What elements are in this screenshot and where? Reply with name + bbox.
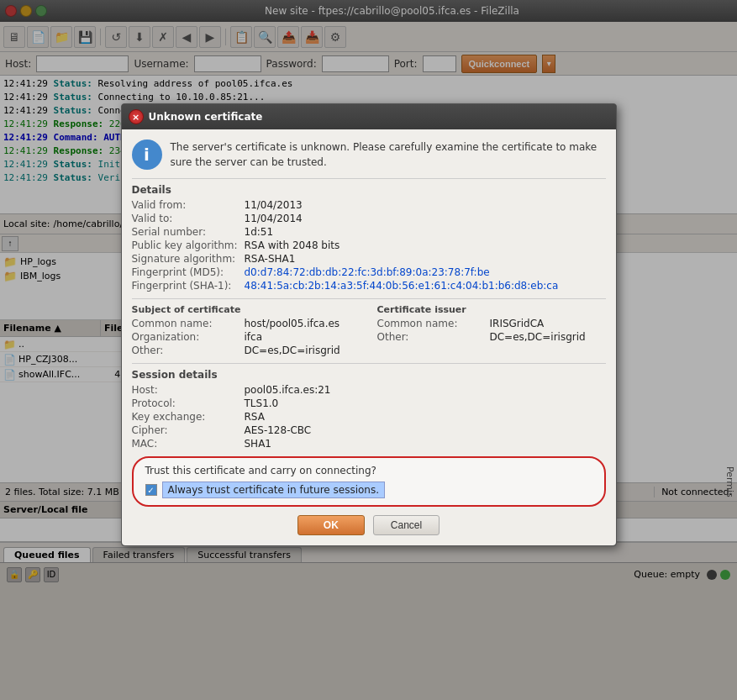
issuer-other-value: DC=es,DC=irisgrid (490, 331, 586, 343)
issuer-title: Certificate issuer (377, 304, 606, 315)
unknown-cert-modal: × Unknown certificate i The server's cer… (121, 103, 617, 546)
modal-info-text: The server's certificate is unknown. Ple… (171, 139, 606, 170)
session-title: Session details (132, 369, 606, 381)
sess-proto-value: TLS1.0 (245, 397, 279, 409)
pubkey-label: Public key algorithm: (132, 239, 241, 251)
issuer-cn-value: IRISGridCA (490, 318, 545, 329)
subject-cn-value: host/pool05.ifca.es (245, 318, 340, 329)
modal-buttons: OK Cancel (132, 515, 606, 535)
divider-2 (132, 298, 606, 299)
subject-other-label: Other: (132, 345, 241, 356)
pubkey-value: RSA with 2048 bits (245, 239, 340, 251)
trust-label: Always trust certificate in future sessi… (162, 482, 386, 498)
sigalg-value: RSA-SHA1 (245, 253, 296, 265)
fp-md5-row: Fingerprint (MD5): d0:d7:84:72:db:db:22:… (132, 266, 606, 278)
session-section: Session details Host: pool05.ifca.es:21 … (132, 369, 606, 450)
subject-org-label: Organization: (132, 331, 241, 343)
fp-sha1-row: Fingerprint (SHA-1): 48:41:5a:cb:2b:14:a… (132, 280, 606, 292)
fp-md5-label: Fingerprint (MD5): (132, 266, 241, 278)
sess-host-value: pool05.ifca.es:21 (245, 384, 331, 396)
subject-col: Subject of certificate Common name: host… (132, 304, 361, 358)
cancel-button[interactable]: Cancel (373, 515, 440, 535)
valid-from-row: Valid from: 11/04/2013 (132, 199, 606, 211)
serial-label: Serial number: (132, 226, 241, 238)
ok-button[interactable]: OK (297, 515, 365, 535)
issuer-other-row: Other: DC=es,DC=irisgrid (377, 331, 606, 343)
issuer-col: Certificate issuer Common name: IRISGrid… (377, 304, 606, 358)
serial-value: 1d:51 (245, 226, 274, 238)
details-title: Details (132, 184, 606, 196)
divider-3 (132, 363, 606, 364)
valid-from-value: 11/04/2013 (245, 199, 303, 211)
valid-from-label: Valid from: (132, 199, 241, 211)
serial-row: Serial number: 1d:51 (132, 226, 606, 238)
sess-cipher-label: Cipher: (132, 424, 241, 436)
divider-1 (132, 178, 606, 179)
modal-overlay: × Unknown certificate i The server's cer… (0, 0, 737, 700)
modal-close-button[interactable]: × (129, 109, 144, 124)
sigalg-label: Signature algorithm: (132, 253, 241, 265)
sess-kex-value: RSA (245, 411, 265, 423)
sess-kex-row: Key exchange: RSA (132, 411, 606, 423)
subject-other-value: DC=es,DC=irisgrid (245, 345, 340, 356)
sess-proto-row: Protocol: TLS1.0 (132, 397, 606, 409)
fp-sha1-value: 48:41:5a:cb:2b:14:a3:5f:44:0b:56:e1:61:c… (245, 280, 559, 292)
sess-cipher-value: AES-128-CBC (245, 424, 312, 436)
issuer-other-label: Other: (377, 331, 487, 343)
subject-title: Subject of certificate (132, 304, 361, 315)
sess-mac-label: MAC: (132, 438, 241, 450)
modal-info-row: i The server's certificate is unknown. P… (132, 139, 606, 170)
fp-sha1-label: Fingerprint (SHA-1): (132, 280, 241, 292)
sess-kex-label: Key exchange: (132, 411, 241, 423)
sess-host-row: Host: pool05.ifca.es:21 (132, 384, 606, 396)
trust-checkbox[interactable]: ✓ (145, 484, 157, 496)
subject-cn-row: Common name: host/pool05.ifca.es (132, 318, 361, 329)
modal-header: × Unknown certificate (122, 104, 616, 129)
details-section: Details Valid from: 11/04/2013 Valid to:… (132, 184, 606, 292)
trust-section: Trust this certificate and carry on conn… (132, 456, 606, 507)
cert-two-col: Subject of certificate Common name: host… (132, 304, 606, 358)
trust-question: Trust this certificate and carry on conn… (145, 465, 592, 476)
subject-org-value: ifca (245, 331, 263, 343)
subject-other-row: Other: DC=es,DC=irisgrid (132, 345, 361, 356)
fp-md5-value: d0:d7:84:72:db:db:22:fc:3d:bf:89:0a:23:7… (245, 266, 490, 278)
valid-to-label: Valid to: (132, 213, 241, 224)
issuer-cn-label: Common name: (377, 318, 487, 329)
sess-mac-row: MAC: SHA1 (132, 438, 606, 450)
sess-cipher-row: Cipher: AES-128-CBC (132, 424, 606, 436)
subject-cn-label: Common name: (132, 318, 241, 329)
valid-to-value: 11/04/2014 (245, 213, 303, 224)
pubkey-row: Public key algorithm: RSA with 2048 bits (132, 239, 606, 251)
subject-org-row: Organization: ifca (132, 331, 361, 343)
info-icon: i (132, 139, 162, 170)
sess-proto-label: Protocol: (132, 397, 241, 409)
sigalg-row: Signature algorithm: RSA-SHA1 (132, 253, 606, 265)
modal-title: Unknown certificate (149, 111, 263, 123)
issuer-cn-row: Common name: IRISGridCA (377, 318, 606, 329)
valid-to-row: Valid to: 11/04/2014 (132, 213, 606, 224)
sess-host-label: Host: (132, 384, 241, 396)
trust-checkbox-row: ✓ Always trust certificate in future ses… (145, 482, 592, 498)
modal-body: i The server's certificate is unknown. P… (122, 129, 616, 545)
sess-mac-value: SHA1 (245, 438, 271, 450)
